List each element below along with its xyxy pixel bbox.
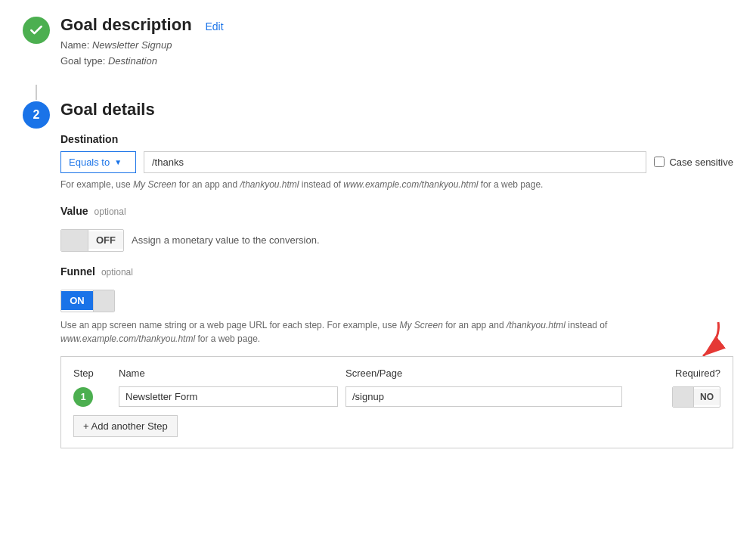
name-cell xyxy=(119,386,345,407)
step-cell: 1 xyxy=(73,387,119,407)
goal-details-content: Goal details Destination Equals to ▼ Cas… xyxy=(60,100,733,448)
col-required-header: Required? xyxy=(630,368,720,379)
value-optional: optional xyxy=(94,206,126,217)
goal-type-value: Destination xyxy=(108,55,157,67)
funnel-help-text: Use an app screen name string or a web p… xyxy=(60,318,733,346)
funnel-label: Funnel xyxy=(60,265,95,278)
funnel-toggle-container: ON xyxy=(60,290,733,312)
chevron-down-icon: ▼ xyxy=(114,158,122,166)
goal-description-section: Goal description Edit Name: Newsletter S… xyxy=(23,15,733,70)
required-no-label: NO xyxy=(694,389,720,405)
required-toggle[interactable]: NO xyxy=(672,386,720,408)
table-row: 1 NO xyxy=(73,386,720,408)
step-circle: 1 xyxy=(73,387,93,407)
screen-cell xyxy=(345,386,630,407)
col-name-header: Name xyxy=(119,368,345,379)
funnel-optional: optional xyxy=(101,267,133,278)
destination-help-text: For example, use My Screen for an app an… xyxy=(60,178,733,191)
name-value: Newsletter Signup xyxy=(92,39,172,51)
goal-name-row: Name: Newsletter Signup xyxy=(60,38,224,54)
required-slider xyxy=(673,387,694,407)
toggle-on-label: ON xyxy=(61,291,93,310)
destination-input[interactable] xyxy=(144,151,646,173)
value-toggle-container: OFF Assign a monetary value to the conve… xyxy=(60,229,733,252)
toggle-slider xyxy=(93,290,114,312)
goal-type-row: Goal type: Destination xyxy=(60,54,224,70)
goal-completed-icon xyxy=(23,17,50,44)
toggle-bg xyxy=(61,230,88,251)
funnel-toggle-on[interactable]: ON xyxy=(60,290,115,312)
dropdown-label: Equals to xyxy=(69,157,110,168)
step-screen-input[interactable] xyxy=(345,386,622,407)
value-label: Value xyxy=(60,205,88,217)
assign-text: Assign a monetary value to the conversio… xyxy=(132,234,320,246)
goal-description-content: Goal description Edit Name: Newsletter S… xyxy=(60,15,224,70)
funnel-box: Step Name Screen/Page Required? 1 xyxy=(60,356,733,448)
goal-type-label: Goal type: xyxy=(60,55,105,67)
step-name-input[interactable] xyxy=(119,386,338,407)
case-sensitive-label[interactable]: Case sensitive xyxy=(654,157,733,168)
case-sensitive-text: Case sensitive xyxy=(669,157,733,168)
destination-label: Destination xyxy=(60,133,733,145)
value-toggle-off[interactable]: OFF xyxy=(60,229,124,252)
connector-line xyxy=(36,85,37,100)
toggle-off-label: OFF xyxy=(88,231,123,249)
required-cell: NO xyxy=(630,386,720,408)
step-number-circle: 2 xyxy=(23,101,50,129)
destination-row: Equals to ▼ Case sensitive xyxy=(60,151,733,173)
funnel-box-wrapper: Step Name Screen/Page Required? 1 xyxy=(60,356,733,448)
goal-details-title: Goal details xyxy=(60,100,733,119)
value-label-row: Value optional xyxy=(60,205,733,223)
name-label: Name: xyxy=(60,39,89,51)
col-step-header: Step xyxy=(73,368,119,379)
funnel-label-row: Funnel optional xyxy=(60,265,733,284)
goal-details-section: 2 Goal details Destination Equals to ▼ C… xyxy=(23,100,733,448)
equals-to-dropdown[interactable]: Equals to ▼ xyxy=(60,151,136,173)
case-sensitive-checkbox[interactable] xyxy=(654,157,665,167)
funnel-table-header: Step Name Screen/Page Required? xyxy=(73,368,720,379)
edit-link[interactable]: Edit xyxy=(205,20,223,33)
goal-description-meta: Name: Newsletter Signup Goal type: Desti… xyxy=(60,38,224,70)
goal-description-title: Goal description xyxy=(60,15,192,34)
col-screen-header: Screen/Page xyxy=(345,368,630,379)
add-step-button[interactable]: + Add another Step xyxy=(73,415,178,437)
